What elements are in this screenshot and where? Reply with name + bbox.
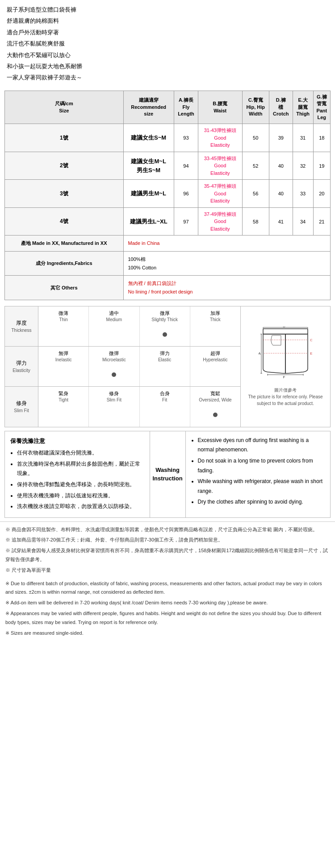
info-value-cell: 無內裡 / 前真口袋設計 No lining / front pocket de… xyxy=(123,276,331,300)
svg-text:C: C xyxy=(310,338,312,342)
bi-option: 適中Medium xyxy=(89,306,139,346)
footer-en-notes: ※ Due to different batch of production, … xyxy=(5,579,330,638)
care-en-list: Excessive dyes run off during first wash… xyxy=(191,436,325,507)
thickness-en: Thickness xyxy=(11,327,31,334)
footer-zh-note: ※ 商品會因不同批製作、布料彈性、水洗處理或測量點等因素，使顏色尺寸與實際商品略… xyxy=(5,525,330,534)
slim-en: Slim Fit xyxy=(14,407,29,414)
care-section: 保養洗滌注意 任何衣物都建議深淺色分開洗滌。首次洗滌時深色布料易釋於出多餘固色劑… xyxy=(4,431,331,518)
hip-cell: 56 xyxy=(242,180,269,208)
info-row: 其它 Others無內裡 / 前真口袋設計 No lining / front … xyxy=(5,276,331,300)
bi-option-label: 微厚Slightly Thick xyxy=(151,310,178,323)
slim-label: 修身 Slim Fit xyxy=(5,387,38,427)
basic-info-grid: 厚度 Thickness 微薄Thin適中Medium微厚Slightly Th… xyxy=(5,306,330,427)
table-row: 2號建議女生M~L男生S~M9433-45彈性褲頭GoodElasticity5… xyxy=(5,152,331,180)
footer-en-note: ※ Appearances may be varied with differe… xyxy=(5,609,330,627)
bi-option: 修身Slim Fit xyxy=(89,387,139,427)
intro-line: 適合戶外活動時穿著 xyxy=(7,27,328,37)
waist-cell: 33-45彈性褲頭GoodElasticity xyxy=(198,152,242,180)
table-row: 1號建議女生S~M9331-43彈性褲頭GoodElasticity503931… xyxy=(5,124,331,152)
elasticity-zh: 彈力 xyxy=(16,359,27,367)
size-table: 尺碼/cmSize 建議適穿Recommendedsize A.褲長FlyLen… xyxy=(4,91,331,300)
care-zh-item: 任何衣物都建議深淺色分開洗滌。 xyxy=(17,448,144,458)
recommend-cell: 建議男生M~L xyxy=(123,180,174,208)
care-en-item: While washing with refrigerator, please … xyxy=(198,477,325,496)
thickness-zh: 厚度 xyxy=(16,319,27,327)
size-label: 4號 xyxy=(5,207,124,236)
dot-area xyxy=(112,365,116,384)
slim-options: 緊身Tight修身Slim Fit合身Fit寬鬆Oversized, Wide xyxy=(38,387,240,427)
table-row: 3號建議男生M~L9635-47彈性褲頭GoodElasticity564033… xyxy=(5,180,331,208)
care-en-item: Dry the clothes after spinning to avoid … xyxy=(198,497,325,507)
thigh-cell: 32 xyxy=(293,152,313,180)
intro-line: 大動作也不緊繃可以放心 xyxy=(7,50,328,60)
crotch-cell: 40 xyxy=(269,152,293,180)
info-row: 成分 Ingredients,Fabrics100%棉 100% Cotton xyxy=(5,251,331,275)
basic-info-section: 厚度 Thickness 微薄Thin適中Medium微厚Slightly Th… xyxy=(4,306,331,427)
bi-option-label: 適中Medium xyxy=(106,310,122,323)
fly-length-cell: 96 xyxy=(174,180,198,208)
pantLeg-cell: 19 xyxy=(313,152,330,180)
slim-row: 修身 Slim Fit 緊身Tight修身Slim Fit合身Fit寬鬆Over… xyxy=(5,387,240,427)
col-header-hip: C.臀寬Hip, HipWidth xyxy=(242,91,269,124)
bi-option: 彈力Elastic xyxy=(140,347,190,386)
thickness-options: 微薄Thin適中Medium微厚Slightly Thick加厚Thick xyxy=(38,306,240,346)
bi-option: 微厚Slightly Thick xyxy=(140,306,190,346)
bi-option-label: 彈力Elastic xyxy=(158,350,171,363)
col-header-size: 尺碼/cmSize xyxy=(5,91,124,124)
slim-zh: 修身 xyxy=(16,399,27,407)
info-value-cell: Made in China xyxy=(123,236,331,252)
elasticity-options: 無彈Inelastic微彈Microelastic彈力Elastic超彈Hype… xyxy=(38,347,240,386)
care-zh-item: 首次洗滌時深色布料易釋於出多餘固色劑，屬於正常現象。 xyxy=(17,459,144,479)
size-label: 1號 xyxy=(5,124,124,152)
size-label: 3號 xyxy=(5,180,124,208)
elasticity-label: 彈力 Elasticity xyxy=(5,347,38,386)
col-header-fly: A.褲長FlyLength xyxy=(174,91,198,124)
svg-text:F: F xyxy=(283,375,285,379)
col-header-pantleg: G.褲管寬PantLeg xyxy=(313,91,330,124)
bi-option: 寬鬆Oversized, Wide xyxy=(190,387,240,427)
care-middle: WashingInstruction xyxy=(150,431,186,517)
hip-cell: 52 xyxy=(242,152,269,180)
footer-zh-notes: ※ 商品會因不同批製作、布料彈性、水洗處理或測量點等因素，使顏色尺寸與實際商品略… xyxy=(5,525,330,575)
bi-option-label: 合身Fit xyxy=(160,390,170,403)
care-en-item: Excessive dyes run off during first wash… xyxy=(198,436,325,455)
footer-notes: ※ 商品會因不同批製作、布料彈性、水洗處理或測量點等因素，使顏色尺寸與實際商品略… xyxy=(0,521,335,643)
thigh-cell: 31 xyxy=(293,124,313,152)
washing-instruction-label: WashingInstruction xyxy=(152,466,182,483)
bi-option-label: 無彈Inelastic xyxy=(55,350,72,363)
footer-en-note: ※ Sizes are measured single-sided. xyxy=(5,629,330,638)
care-zh-item: 使用洗衣機洗滌時，請以低速短程洗滌。 xyxy=(17,491,144,501)
selected-dot xyxy=(213,413,218,417)
care-zh-item: 保持衣物色澤鮮豔避免色澤移染，勿長時間浸泡。 xyxy=(17,480,144,490)
col-header-crotch: D.褲檔Crotch xyxy=(269,91,293,124)
thigh-cell: 34 xyxy=(293,207,313,236)
waist-cell: 31-43彈性褲頭GoodElasticity xyxy=(198,124,242,152)
bi-option: 緊身Tight xyxy=(38,387,89,427)
svg-text:A: A xyxy=(259,351,261,355)
bi-option-label: 微彈Microelastic xyxy=(102,350,126,363)
pants-diagram: B A C xyxy=(259,327,312,384)
hip-cell: 50 xyxy=(242,124,269,152)
elasticity-en: Elasticity xyxy=(13,367,30,374)
bi-option-label: 寬鬆Oversized, Wide xyxy=(199,390,231,403)
footer-zh-note: ※ 試穿結果會因每人感受及身材比例穿著習慣而有所不同，身高體重不表示購買的尺寸，… xyxy=(5,546,330,564)
bi-option-label: 超彈Hyperelastic xyxy=(203,350,227,363)
svg-text:B: B xyxy=(283,327,285,328)
footer-en-note: ※ Add-on item will be delivered in 7-20 … xyxy=(5,599,330,608)
care-zh-item: 洗衣機脫水後請立即晾衣，勿放置過久以防移染。 xyxy=(17,502,144,512)
footer-zh-note: ※ 追加商品需等待7-20個工作天；針織、外套、牛仔類商品則需7-30個工作天，… xyxy=(5,536,330,545)
hip-cell: 58 xyxy=(242,207,269,236)
col-header-thigh: E.大腿寬Thigh xyxy=(293,91,313,124)
intro-section: 親子系列造型立體口袋長褲舒適親膚的純棉面料適合戶外活動時穿著流汗也不黏膩乾爽舒服… xyxy=(0,0,335,88)
recommend-cell: 建議女生S~M xyxy=(123,124,174,152)
care-title-zh: 保養洗滌注意 xyxy=(10,436,144,446)
col-header-recommend: 建議適穿Recommendedsize xyxy=(123,91,174,124)
care-en-item: Do not soak in a long time to prevent co… xyxy=(198,456,325,475)
pantLeg-cell: 18 xyxy=(313,124,330,152)
crotch-cell: 39 xyxy=(269,124,293,152)
waist-cell: 37-49彈性褲頭GoodElasticity xyxy=(198,207,242,236)
info-label-cell: 成分 Ingredients,Fabrics xyxy=(5,251,124,275)
crotch-cell: 40 xyxy=(269,180,293,208)
care-right: Excessive dyes run off during first wash… xyxy=(186,431,331,517)
bi-option: 合身Fit xyxy=(140,387,190,427)
